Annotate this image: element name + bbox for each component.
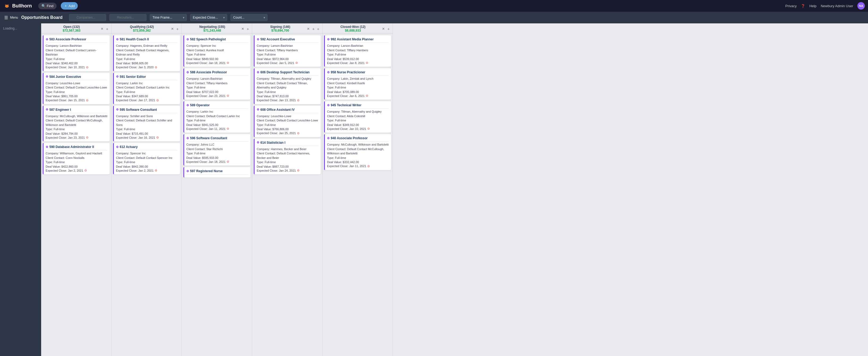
recruiters-filter[interactable] — [110, 14, 147, 21]
table-row[interactable]: ⚙596 Software ConsultantCompany: Johns L… — [183, 134, 250, 166]
column-add-btn-signing[interactable]: + — [316, 26, 320, 31]
logo[interactable]: Bullhorn — [3, 2, 32, 9]
expectedclose-select[interactable]: Expected Close... — [190, 14, 227, 21]
card-type: Type: Full-time — [116, 160, 178, 165]
column-add-btn-negotiating[interactable]: + — [246, 26, 250, 31]
svg-point-2 — [5, 5, 6, 6]
table-row[interactable]: ⚙614 Statistician ICompany: Hammes, Beck… — [254, 139, 321, 175]
count-select-wrap: Count... ▼ — [230, 14, 268, 21]
date-warning-icon: ⊙ — [86, 66, 88, 69]
card-type: Type: Full-time — [116, 90, 178, 94]
card-type: Type: Full-time — [327, 156, 389, 160]
card-deal-value: Deal Value: $715,491.00 — [116, 131, 178, 136]
card-title-text: 992 Assistant Media Planner — [331, 37, 374, 41]
card-company: Company: Hagenes, Erdman and Reilly — [116, 43, 178, 48]
add-button[interactable]: ＋ Add — [61, 2, 78, 9]
table-row[interactable]: ⚙587 Engineer ICompany: McCullough, Wilk… — [43, 106, 110, 142]
card-contact: Client Contact: Default Contact Spencer … — [116, 156, 178, 160]
user-initials: NA — [859, 4, 863, 7]
card-company: Company: Schiller and Sons — [116, 114, 178, 118]
column-close-btn-qualifying[interactable]: ✕ — [170, 27, 175, 31]
column-add-btn-qualifying[interactable]: + — [176, 26, 180, 31]
card-expected-close: Expected Close: Jan 16, 2021⊙ — [116, 136, 178, 139]
table-row[interactable]: ⚙584 Junior ExecutiveCompany: Leuschke-L… — [43, 73, 110, 104]
card-job-icon: ⚙ — [116, 75, 119, 78]
table-row[interactable]: ⚙581 Health Coach IICompany: Hagenes, Er… — [113, 35, 180, 71]
column-close-btn-open[interactable]: ✕ — [100, 27, 104, 31]
card-expected-close: Expected Close: Jan 15, 2021⊙ — [45, 98, 107, 102]
column-total-signing: $78,694,700 — [254, 29, 306, 32]
count-select[interactable]: Count... — [230, 14, 268, 21]
table-row[interactable]: ⚙583 Associate ProfessorCompany: Larson-… — [43, 35, 110, 71]
column-add-btn-open[interactable]: + — [105, 26, 109, 31]
card-company: Company: Tillman, Abernathy and Quigley — [257, 77, 318, 81]
table-row[interactable]: ⚙940 Associate ProfessorCompany: McCullo… — [324, 134, 391, 170]
table-row[interactable]: ⚙595 Software ConsultantCompany: Schille… — [113, 106, 180, 142]
card-type: Type: Full-time — [327, 118, 389, 123]
card-title: ⚙588 Associate Professor — [186, 70, 248, 74]
card-title-text: 614 Statistician I — [260, 141, 285, 145]
table-row[interactable]: ⚙612 ActuaryCompany: Spencer IncClient C… — [113, 143, 180, 174]
card-expected-close: Expected Close: Jan 8, 2021⊙ — [327, 61, 389, 64]
table-row[interactable]: ⚙606 Desktop Support TechnicianCompany: … — [254, 68, 321, 104]
svg-point-3 — [7, 5, 8, 6]
timeframe-select[interactable]: Time Frame... — [150, 14, 187, 21]
table-row[interactable]: ⚙992 Assistant Media PlannerCompany: Lar… — [324, 35, 391, 67]
card-deal-value: Deal Value: $332,442.00 — [327, 160, 389, 165]
column-close-btn-signing[interactable]: ✕ — [306, 27, 311, 31]
card-title: ⚙584 Junior Executive — [45, 75, 107, 79]
card-job-icon: ⚙ — [257, 108, 259, 111]
column-add-btn-closed-won[interactable]: + — [386, 26, 391, 31]
column-close-btn-negotiating[interactable]: ✕ — [241, 27, 245, 31]
card-contact: Client Contact: Conn Nockalls — [45, 156, 107, 160]
card-contact: Client Contact: Default Contact Larkin I… — [186, 114, 248, 118]
sidebar: Loading... — [0, 23, 41, 356]
card-contact: Client Contact: Default Contact Tillman,… — [257, 81, 318, 90]
table-row[interactable]: ⚙608 Office Assistant IVCompany: Leuschk… — [254, 106, 321, 137]
sidebar-loading: Loading... — [3, 27, 38, 30]
date-warning-icon: ⊙ — [155, 169, 157, 172]
card-deal-value: Deal Value: $766,806.00 — [257, 127, 318, 131]
find-button[interactable]: 🔍 Find — [38, 3, 57, 9]
card-title: ⚙606 Desktop Support Technician — [257, 70, 318, 74]
card-type: Type: Full-time — [327, 52, 389, 57]
card-title-text: 587 Engineer I — [50, 108, 71, 112]
table-row[interactable]: ⚙591 Senior EditorCompany: Larkin IncCli… — [113, 73, 180, 104]
card-title-text: 592 Account Executive — [260, 37, 295, 41]
card-title: ⚙583 Associate Professor — [45, 37, 107, 41]
column-add-btn2-signing[interactable]: + — [311, 26, 315, 31]
card-title: ⚙614 Statistician I — [257, 141, 318, 145]
table-row[interactable]: ⚙588 Associate ProfessorCompany: Larson-… — [183, 68, 250, 100]
card-contact: Client Contact: Kimbell Keefe — [327, 81, 389, 86]
card-expected-close: Expected Close: Jan 6, 2021⊙ — [327, 94, 389, 97]
date-warning-icon: ⊙ — [227, 61, 229, 64]
column-signing: Signing (146)$78,694,700✕++⚙592 Account … — [252, 23, 322, 356]
privacy-link[interactable]: Privacy — [785, 4, 797, 8]
card-company: Company: Tillman, Abernathy and Quigley — [327, 110, 389, 114]
card-title-text: 584 Junior Executive — [50, 75, 81, 79]
table-row[interactable]: ⚙945 Technical WriterCompany: Tillman, A… — [324, 101, 391, 132]
card-deal-value: Deal Value: $698,605.00 — [116, 61, 178, 66]
card-title-text: 958 Nurse Practicioner — [331, 70, 365, 74]
card-title-text: 583 Associate Professor — [50, 37, 86, 41]
user-avatar[interactable]: NA — [857, 2, 865, 9]
companies-filter[interactable] — [69, 14, 106, 21]
card-title-text: 597 Registered Nurse — [190, 169, 223, 173]
card-type: Type: Full-time — [186, 151, 248, 156]
table-row[interactable]: ⚙958 Nurse PracticionerCompany: Lakin, Z… — [324, 68, 391, 100]
card-company: Company: Larson-Bashirian — [257, 43, 318, 48]
table-row[interactable]: ⚙592 Account ExecutiveCompany: Larson-Ba… — [254, 35, 321, 67]
column-title-open: Open (132) — [43, 25, 100, 29]
table-row[interactable]: ⚙590 Database Administrator IICompany: W… — [43, 143, 110, 174]
card-expected-close: Expected Close: Jan 23, 2021⊙ — [45, 136, 107, 139]
card-title-text: 940 Associate Professor — [331, 136, 368, 140]
menu-button[interactable]: ☰ — [4, 15, 8, 20]
card-type: Type: Full-time — [186, 85, 248, 90]
table-row[interactable]: ⚙582 Speech PathologistCompany: Spencer … — [183, 35, 250, 67]
table-row[interactable]: ⚙597 Registered Nurse — [183, 167, 250, 177]
column-close-btn-closed-won[interactable]: ✕ — [381, 27, 386, 31]
card-expected-close: Expected Close: Jan 25, 2021⊙ — [257, 131, 318, 135]
table-row[interactable]: ⚙589 OperatorCompany: Larkin IncClient C… — [183, 101, 250, 132]
card-contact: Client Contact: Default Contact Hagenes,… — [116, 48, 178, 57]
help-link[interactable]: Help — [809, 4, 816, 8]
